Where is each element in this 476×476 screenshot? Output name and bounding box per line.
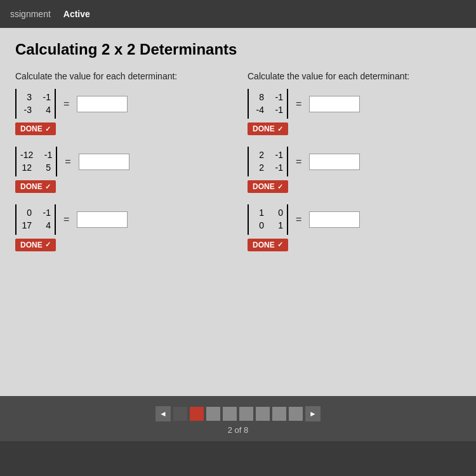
matrix-1-row2: -3 4 [20, 104, 51, 117]
matrix-3: 0 -1 17 4 [15, 204, 56, 234]
main-content: Calculating 2 x 2 Determinants Calculate… [0, 28, 476, 396]
done-label-1: DONE [20, 124, 43, 133]
problem-6: 1 0 0 1 = DONE ✓ [248, 204, 461, 251]
done-label-5: DONE [253, 182, 275, 191]
matrix-4-row2: -4 -1 [253, 104, 283, 117]
problem-1: 3 -1 -3 4 = DONE ✓ [15, 89, 228, 135]
bottom-nav: ◄ ► 2 of 8 [0, 396, 476, 441]
matrix-5-row1: 2 -1 [253, 149, 283, 162]
page-dot-2[interactable] [190, 407, 204, 421]
matrix-4-row1: 8 -1 [253, 91, 283, 104]
page-dot-4[interactable] [223, 407, 237, 421]
page-dot-5[interactable] [239, 407, 253, 421]
left-instruction: Calculate the value for each determinant… [15, 71, 228, 81]
page-dot-8[interactable] [289, 407, 303, 421]
page-title: Calculating 2 x 2 Determinants [15, 41, 461, 58]
matrix-5-row2: 2 -1 [253, 162, 283, 175]
problem-4: 8 -1 -4 -1 = DONE ✓ [248, 89, 461, 135]
equals-3: = [63, 214, 69, 225]
done-label-2: DONE [20, 182, 43, 191]
done-label-3: DONE [20, 241, 43, 249]
equals-5: = [296, 156, 301, 168]
answer-input-1[interactable] [77, 96, 128, 112]
matrix-2-row2: 12 5 [20, 162, 52, 175]
done-checkmark-5: ✓ [277, 183, 283, 191]
active-tab[interactable]: Active [63, 9, 90, 19]
problem-3: 0 -1 17 4 = DONE ✓ [15, 204, 228, 251]
equals-1: = [63, 98, 69, 110]
done-label-4: DONE [253, 124, 275, 133]
matrix-1: 3 -1 -3 4 [15, 89, 56, 119]
matrix-3-row1: 0 -1 [20, 207, 51, 220]
matrix-5: 2 -1 2 -1 [248, 147, 288, 176]
next-button[interactable]: ► [305, 406, 321, 421]
matrix-6: 1 0 0 1 [248, 204, 288, 234]
done-checkmark-3: ✓ [45, 241, 51, 249]
bottom-dark-area [0, 441, 476, 476]
matrix-6-row2: 0 1 [253, 220, 283, 232]
done-checkmark-1: ✓ [45, 125, 51, 133]
problem-6-row: 1 0 0 1 = [248, 204, 461, 234]
problem-5: 2 -1 2 -1 = DONE ✓ [248, 147, 461, 193]
topbar: ssignment Active [0, 0, 476, 28]
answer-input-3[interactable] [77, 211, 128, 228]
problem-1-row: 3 -1 -3 4 = [15, 89, 228, 119]
left-column: Calculate the value for each determinant… [15, 71, 228, 263]
prev-button[interactable]: ◄ [155, 406, 171, 421]
done-checkmark-2: ✓ [45, 183, 51, 191]
page-indicator: 2 of 8 [228, 425, 249, 435]
done-button-2[interactable]: DONE ✓ [15, 180, 56, 193]
equals-2: = [65, 156, 70, 168]
assignment-tab[interactable]: ssignment [10, 9, 51, 19]
answer-input-5[interactable] [309, 154, 360, 170]
problem-5-row: 2 -1 2 -1 = [248, 147, 461, 176]
page-nav: ◄ ► [155, 406, 321, 421]
problem-4-row: 8 -1 -4 -1 = [248, 89, 461, 119]
done-button-4[interactable]: DONE ✓ [248, 122, 288, 135]
done-button-5[interactable]: DONE ✓ [248, 180, 288, 193]
answer-input-4[interactable] [309, 96, 360, 112]
matrix-1-row1: 3 -1 [20, 91, 51, 104]
answer-input-2[interactable] [79, 154, 129, 170]
done-checkmark-6: ✓ [277, 241, 283, 249]
page-dot-6[interactable] [256, 407, 270, 421]
right-column: Calculate the value for each determinant… [248, 71, 461, 263]
problem-2: -12 -1 12 5 = DONE ✓ [15, 147, 228, 193]
done-button-3[interactable]: DONE ✓ [15, 239, 56, 251]
equals-4: = [296, 98, 301, 110]
page-dot-3[interactable] [206, 407, 220, 421]
page-dot-7[interactable] [272, 407, 286, 421]
matrix-3-row2: 17 4 [20, 220, 51, 232]
right-instruction: Calculate the value for each determinant… [248, 71, 461, 81]
done-label-6: DONE [253, 241, 275, 249]
matrix-4: 8 -1 -4 -1 [248, 89, 288, 119]
two-column-layout: Calculate the value for each determinant… [15, 71, 461, 263]
equals-6: = [296, 214, 301, 225]
page-dot-1[interactable] [173, 407, 187, 421]
matrix-6-row1: 1 0 [253, 207, 283, 220]
done-button-6[interactable]: DONE ✓ [248, 239, 288, 251]
matrix-2-row1: -12 -1 [20, 149, 52, 162]
answer-input-6[interactable] [309, 211, 360, 228]
matrix-2: -12 -1 12 5 [15, 147, 57, 176]
done-checkmark-4: ✓ [277, 125, 283, 133]
problem-2-row: -12 -1 12 5 = [15, 147, 228, 176]
problem-3-row: 0 -1 17 4 = [15, 204, 228, 234]
done-button-1[interactable]: DONE ✓ [15, 122, 56, 135]
